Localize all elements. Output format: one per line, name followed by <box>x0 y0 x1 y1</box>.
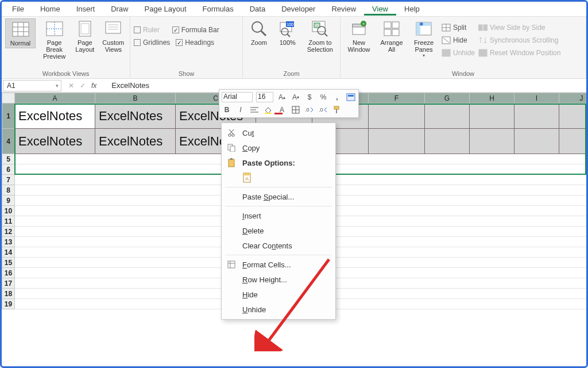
worksheet-grid[interactable]: A B C D E F G H I J 1 ExcelNotes ExcelNo… <box>2 93 586 309</box>
custom-views-button[interactable]: Custom Views <box>100 18 126 54</box>
fx-icon[interactable]: fx <box>91 82 96 90</box>
svg-text:✱: ✱ <box>419 21 424 27</box>
font-size-select[interactable]: 16 <box>256 92 273 102</box>
col-header[interactable]: G <box>425 93 470 103</box>
ctx-paste-default[interactable]: A <box>222 170 335 185</box>
decrease-font-icon[interactable]: A▾ <box>291 92 301 102</box>
increase-font-icon[interactable]: A▴ <box>277 92 287 102</box>
row-header[interactable]: 9 <box>2 195 15 206</box>
cell[interactable]: ExcelNotes <box>15 103 95 129</box>
increase-decimal-icon[interactable]: .0 <box>304 105 315 115</box>
ctx-clear-contents[interactable]: Clear Contents <box>222 238 335 253</box>
ctx-insert[interactable]: Insert <box>222 208 335 223</box>
cell[interactable] <box>425 103 470 129</box>
format-painter-icon[interactable] <box>332 105 342 115</box>
ctx-paste-special[interactable]: Paste Special... <box>222 189 335 204</box>
cell[interactable] <box>559 129 589 154</box>
borders-icon[interactable] <box>291 105 301 115</box>
col-header[interactable]: A <box>15 93 95 103</box>
bold-icon[interactable]: B <box>222 105 232 115</box>
row-header[interactable]: 15 <box>2 258 15 268</box>
col-header[interactable]: F <box>369 93 425 103</box>
headings-checkbox[interactable]: ✓ Headings <box>176 37 214 48</box>
row-header[interactable]: 1 <box>2 103 15 129</box>
formula-input[interactable]: ExcelNotes <box>102 81 149 90</box>
row-header[interactable]: 13 <box>2 237 15 247</box>
col-header[interactable]: I <box>514 93 559 103</box>
comma-format-icon[interactable]: , <box>332 92 342 102</box>
fill-color-icon[interactable] <box>263 105 273 115</box>
formula-bar-checkbox[interactable]: ✓ Formula Bar <box>172 24 219 36</box>
cell[interactable] <box>369 129 425 154</box>
name-box[interactable]: A1 <box>3 80 61 91</box>
cell[interactable]: ExcelNotes <box>95 103 176 129</box>
tab-page-layout[interactable]: Page Layout <box>137 2 195 16</box>
zoom-100-button[interactable]: 100 100% <box>275 18 300 47</box>
cell[interactable] <box>514 129 559 154</box>
row-header[interactable]: 12 <box>2 227 15 237</box>
gridlines-checkbox[interactable]: Gridlines <box>134 37 170 48</box>
col-header[interactable]: B <box>95 93 176 103</box>
zoom-selection-button[interactable]: Zoom to Selection <box>304 18 336 54</box>
ctx-format-cells[interactable]: Format Cells... <box>222 257 335 272</box>
cell[interactable] <box>470 103 514 129</box>
ctx-delete[interactable]: Delete <box>222 223 335 238</box>
row-header[interactable]: 18 <box>2 289 15 299</box>
row-header[interactable]: 11 <box>2 216 15 227</box>
ctx-row-height[interactable]: Row Height... <box>222 272 335 287</box>
freeze-panes-button[interactable]: ✱ Freeze Panes ▾ <box>409 18 438 59</box>
ctx-copy[interactable]: Copy <box>222 140 335 155</box>
row-header[interactable]: 16 <box>2 268 15 278</box>
conditional-format-icon[interactable] <box>346 92 356 102</box>
decrease-decimal-icon[interactable]: .0 <box>318 105 328 115</box>
align-icon[interactable] <box>249 105 260 115</box>
row-header[interactable]: 6 <box>2 164 15 175</box>
ctx-hide[interactable]: Hide <box>222 287 335 302</box>
new-window-button[interactable]: + New Window <box>344 18 374 54</box>
row-header[interactable]: 4 <box>2 129 15 154</box>
zoom-button[interactable]: Zoom <box>246 18 272 47</box>
tab-formulas[interactable]: Formulas <box>195 2 242 16</box>
page-break-preview-button[interactable]: Page Break Preview <box>39 18 69 61</box>
cell[interactable]: ExcelNotes <box>15 129 95 154</box>
tab-home[interactable]: Home <box>32 2 68 16</box>
cell[interactable]: ExcelNotes <box>95 129 176 154</box>
enter-formula-icon[interactable]: ✓ <box>80 82 86 90</box>
tab-file[interactable]: File <box>4 2 32 16</box>
row-header[interactable]: 14 <box>2 247 15 258</box>
ctx-cut[interactable]: Cut <box>222 125 335 140</box>
select-all-corner[interactable] <box>2 93 15 103</box>
font-color-icon[interactable]: A <box>277 105 287 115</box>
tab-insert[interactable]: Insert <box>68 2 103 16</box>
row-header[interactable]: 17 <box>2 278 15 289</box>
col-header[interactable]: J <box>559 93 589 103</box>
italic-icon[interactable]: I <box>235 105 246 115</box>
tab-review[interactable]: Review <box>323 2 364 16</box>
arrange-all-button[interactable]: Arrange All <box>377 18 406 54</box>
hide-window-button[interactable]: Hide <box>442 34 475 46</box>
col-header[interactable]: H <box>470 93 514 103</box>
cell[interactable] <box>559 103 589 129</box>
row-header[interactable]: 5 <box>2 154 15 164</box>
cell[interactable] <box>514 103 559 129</box>
row-header[interactable]: 7 <box>2 175 15 185</box>
tab-data[interactable]: Data <box>242 2 273 16</box>
row-header[interactable]: 10 <box>2 206 15 216</box>
percent-format-icon[interactable]: % <box>318 92 328 102</box>
cell[interactable] <box>369 103 425 129</box>
tab-developer[interactable]: Developer <box>273 2 323 16</box>
row-header[interactable]: 8 <box>2 185 15 195</box>
normal-view-button[interactable]: Normal <box>5 18 36 48</box>
accounting-format-icon[interactable]: $ <box>304 92 315 102</box>
cancel-formula-icon[interactable]: ✕ <box>68 82 74 90</box>
font-select[interactable]: Arial <box>222 92 253 102</box>
cell[interactable] <box>470 129 514 154</box>
split-button[interactable]: Split <box>442 22 475 33</box>
page-layout-button[interactable]: Page Layout <box>73 18 97 54</box>
tab-view[interactable]: View <box>364 2 396 16</box>
row-header[interactable]: 19 <box>2 299 15 309</box>
ctx-unhide[interactable]: Unhide <box>222 302 335 317</box>
tab-draw[interactable]: Draw <box>103 2 136 16</box>
cell[interactable] <box>425 129 470 154</box>
tab-help[interactable]: Help <box>396 2 428 16</box>
